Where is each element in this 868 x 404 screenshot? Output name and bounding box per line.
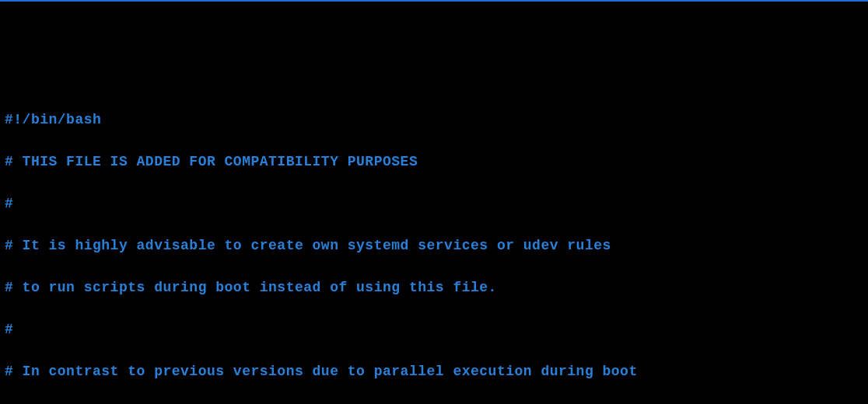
shebang-line: #!/bin/bash [5,110,863,131]
comment-line: # It is highly advisable to create own s… [5,235,863,256]
comment-line: # In contrast to previous versions due t… [5,361,863,382]
terminal-editor[interactable]: #!/bin/bash # THIS FILE IS ADDED FOR COM… [5,89,863,404]
comment-line: # [5,319,863,340]
comment-line: # to run scripts during boot instead of … [5,277,863,298]
comment-line: # THIS FILE IS ADDED FOR COMPATIBILITY P… [5,152,863,172]
comment-line: # [5,193,863,214]
